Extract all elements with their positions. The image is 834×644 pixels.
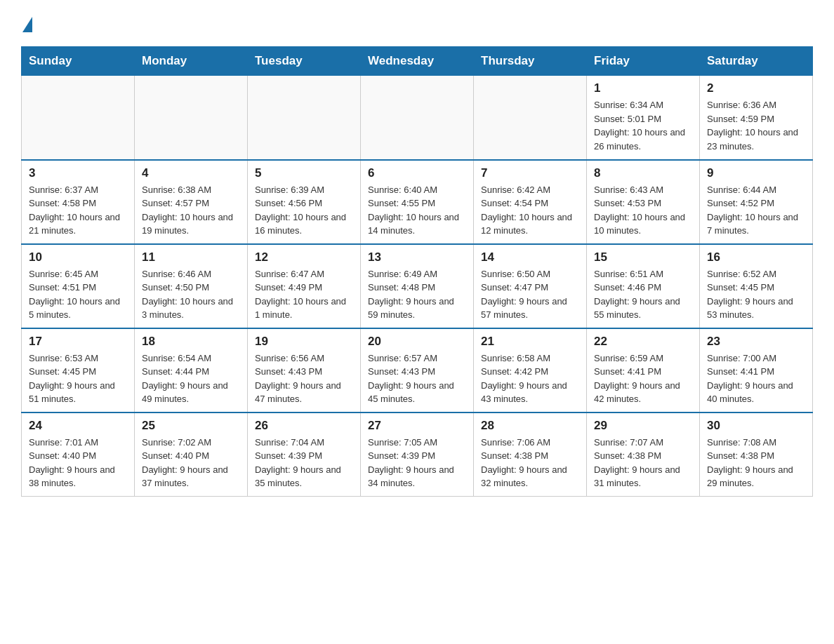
header [21, 14, 813, 32]
day-number: 12 [255, 250, 353, 264]
day-number: 7 [481, 166, 579, 180]
day-number: 2 [707, 81, 805, 95]
calendar-cell: 14Sunrise: 6:50 AM Sunset: 4:47 PM Dayli… [474, 244, 587, 328]
calendar-cell: 29Sunrise: 7:07 AM Sunset: 4:38 PM Dayli… [587, 412, 700, 497]
day-number: 26 [255, 419, 353, 433]
day-info: Sunrise: 6:57 AM Sunset: 4:43 PM Dayligh… [368, 351, 466, 406]
day-info: Sunrise: 6:54 AM Sunset: 4:44 PM Dayligh… [142, 351, 240, 406]
calendar-cell: 7Sunrise: 6:42 AM Sunset: 4:54 PM Daylig… [474, 160, 587, 244]
day-info: Sunrise: 6:46 AM Sunset: 4:50 PM Dayligh… [142, 267, 240, 322]
day-info: Sunrise: 6:49 AM Sunset: 4:48 PM Dayligh… [368, 267, 466, 322]
calendar-cell [135, 76, 248, 160]
day-info: Sunrise: 6:43 AM Sunset: 4:53 PM Dayligh… [594, 183, 692, 238]
calendar-header-wednesday: Wednesday [361, 47, 474, 76]
calendar-cell [248, 76, 361, 160]
calendar-cell: 16Sunrise: 6:52 AM Sunset: 4:45 PM Dayli… [700, 244, 813, 328]
calendar-header-thursday: Thursday [474, 47, 587, 76]
day-info: Sunrise: 7:07 AM Sunset: 4:38 PM Dayligh… [594, 436, 692, 490]
calendar-cell: 6Sunrise: 6:40 AM Sunset: 4:55 PM Daylig… [361, 160, 474, 244]
calendar-cell: 2Sunrise: 6:36 AM Sunset: 4:59 PM Daylig… [700, 76, 813, 160]
day-info: Sunrise: 7:02 AM Sunset: 4:40 PM Dayligh… [142, 436, 240, 490]
day-info: Sunrise: 7:04 AM Sunset: 4:39 PM Dayligh… [255, 436, 353, 490]
day-number: 30 [707, 419, 805, 433]
calendar-cell: 23Sunrise: 7:00 AM Sunset: 4:41 PM Dayli… [700, 328, 813, 412]
day-info: Sunrise: 6:39 AM Sunset: 4:56 PM Dayligh… [255, 183, 353, 238]
day-number: 4 [142, 166, 240, 180]
day-info: Sunrise: 6:51 AM Sunset: 4:46 PM Dayligh… [594, 267, 692, 322]
day-number: 13 [368, 250, 466, 264]
day-info: Sunrise: 6:58 AM Sunset: 4:42 PM Dayligh… [481, 351, 579, 406]
day-number: 6 [368, 166, 466, 180]
calendar-week-row: 3Sunrise: 6:37 AM Sunset: 4:58 PM Daylig… [22, 160, 813, 244]
calendar-cell: 24Sunrise: 7:01 AM Sunset: 4:40 PM Dayli… [22, 412, 135, 497]
calendar-cell: 19Sunrise: 6:56 AM Sunset: 4:43 PM Dayli… [248, 328, 361, 412]
calendar-cell: 3Sunrise: 6:37 AM Sunset: 4:58 PM Daylig… [22, 160, 135, 244]
day-info: Sunrise: 6:56 AM Sunset: 4:43 PM Dayligh… [255, 351, 353, 406]
day-info: Sunrise: 6:59 AM Sunset: 4:41 PM Dayligh… [594, 351, 692, 406]
calendar-cell [22, 76, 135, 160]
calendar-cell: 27Sunrise: 7:05 AM Sunset: 4:39 PM Dayli… [361, 412, 474, 497]
calendar-cell: 21Sunrise: 6:58 AM Sunset: 4:42 PM Dayli… [474, 328, 587, 412]
calendar-cell [361, 76, 474, 160]
logo-triangle-icon [22, 17, 32, 32]
calendar-week-row: 17Sunrise: 6:53 AM Sunset: 4:45 PM Dayli… [22, 328, 813, 412]
day-info: Sunrise: 6:53 AM Sunset: 4:45 PM Dayligh… [29, 351, 127, 406]
calendar-week-row: 10Sunrise: 6:45 AM Sunset: 4:51 PM Dayli… [22, 244, 813, 328]
day-number: 28 [481, 419, 579, 433]
calendar-cell: 10Sunrise: 6:45 AM Sunset: 4:51 PM Dayli… [22, 244, 135, 328]
calendar-header-saturday: Saturday [700, 47, 813, 76]
day-info: Sunrise: 6:36 AM Sunset: 4:59 PM Dayligh… [707, 98, 805, 153]
calendar-cell: 26Sunrise: 7:04 AM Sunset: 4:39 PM Dayli… [248, 412, 361, 497]
day-number: 9 [707, 166, 805, 180]
day-info: Sunrise: 7:01 AM Sunset: 4:40 PM Dayligh… [29, 436, 127, 490]
day-number: 1 [594, 81, 692, 95]
day-number: 24 [29, 419, 127, 433]
calendar-cell: 8Sunrise: 6:43 AM Sunset: 4:53 PM Daylig… [587, 160, 700, 244]
day-number: 29 [594, 419, 692, 433]
day-number: 27 [368, 419, 466, 433]
day-info: Sunrise: 6:50 AM Sunset: 4:47 PM Dayligh… [481, 267, 579, 322]
calendar-cell: 5Sunrise: 6:39 AM Sunset: 4:56 PM Daylig… [248, 160, 361, 244]
day-number: 8 [594, 166, 692, 180]
calendar-week-row: 24Sunrise: 7:01 AM Sunset: 4:40 PM Dayli… [22, 412, 813, 497]
day-info: Sunrise: 6:47 AM Sunset: 4:49 PM Dayligh… [255, 267, 353, 322]
calendar-cell: 1Sunrise: 6:34 AM Sunset: 5:01 PM Daylig… [587, 76, 700, 160]
calendar-header-friday: Friday [587, 47, 700, 76]
calendar-header-sunday: Sunday [22, 47, 135, 76]
day-number: 22 [594, 335, 692, 349]
day-info: Sunrise: 7:05 AM Sunset: 4:39 PM Dayligh… [368, 436, 466, 490]
day-number: 16 [707, 250, 805, 264]
day-info: Sunrise: 6:38 AM Sunset: 4:57 PM Dayligh… [142, 183, 240, 238]
calendar-week-row: 1Sunrise: 6:34 AM Sunset: 5:01 PM Daylig… [22, 76, 813, 160]
calendar-cell: 15Sunrise: 6:51 AM Sunset: 4:46 PM Dayli… [587, 244, 700, 328]
calendar-cell: 30Sunrise: 7:08 AM Sunset: 4:38 PM Dayli… [700, 412, 813, 497]
day-number: 21 [481, 335, 579, 349]
day-number: 25 [142, 419, 240, 433]
calendar-cell: 17Sunrise: 6:53 AM Sunset: 4:45 PM Dayli… [22, 328, 135, 412]
day-info: Sunrise: 7:06 AM Sunset: 4:38 PM Dayligh… [481, 436, 579, 490]
day-info: Sunrise: 6:40 AM Sunset: 4:55 PM Dayligh… [368, 183, 466, 238]
day-number: 17 [29, 335, 127, 349]
day-number: 3 [29, 166, 127, 180]
logo [21, 14, 32, 32]
calendar-cell: 25Sunrise: 7:02 AM Sunset: 4:40 PM Dayli… [135, 412, 248, 497]
day-info: Sunrise: 6:52 AM Sunset: 4:45 PM Dayligh… [707, 267, 805, 322]
calendar-cell [474, 76, 587, 160]
calendar-cell: 28Sunrise: 7:06 AM Sunset: 4:38 PM Dayli… [474, 412, 587, 497]
calendar-header-row: SundayMondayTuesdayWednesdayThursdayFrid… [22, 47, 813, 76]
day-info: Sunrise: 6:37 AM Sunset: 4:58 PM Dayligh… [29, 183, 127, 238]
day-number: 20 [368, 335, 466, 349]
day-info: Sunrise: 6:42 AM Sunset: 4:54 PM Dayligh… [481, 183, 579, 238]
day-number: 5 [255, 166, 353, 180]
calendar-cell: 13Sunrise: 6:49 AM Sunset: 4:48 PM Dayli… [361, 244, 474, 328]
day-number: 15 [594, 250, 692, 264]
day-number: 11 [142, 250, 240, 264]
day-number: 10 [29, 250, 127, 264]
day-number: 18 [142, 335, 240, 349]
day-number: 14 [481, 250, 579, 264]
day-info: Sunrise: 7:00 AM Sunset: 4:41 PM Dayligh… [707, 351, 805, 406]
day-info: Sunrise: 6:45 AM Sunset: 4:51 PM Dayligh… [29, 267, 127, 322]
calendar-cell: 9Sunrise: 6:44 AM Sunset: 4:52 PM Daylig… [700, 160, 813, 244]
day-info: Sunrise: 6:34 AM Sunset: 5:01 PM Dayligh… [594, 98, 692, 153]
calendar-cell: 20Sunrise: 6:57 AM Sunset: 4:43 PM Dayli… [361, 328, 474, 412]
